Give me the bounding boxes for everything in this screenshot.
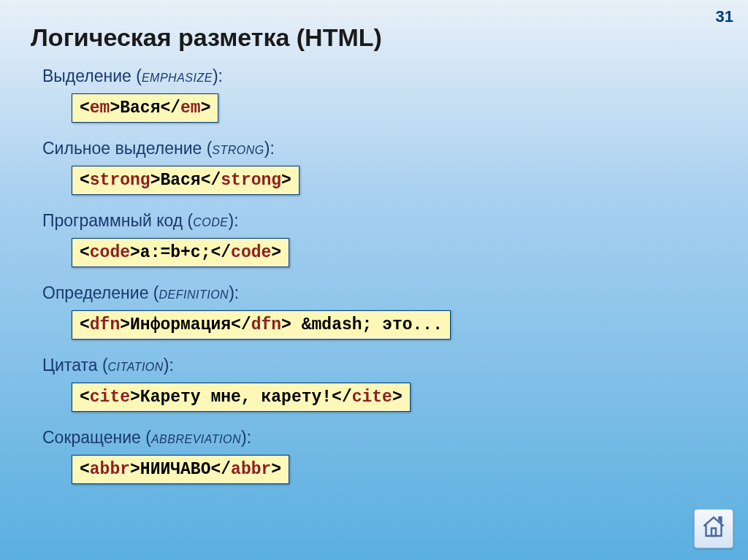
label-en: strong [212,139,264,158]
paren-close: ): [164,356,174,375]
label-ru: Определение [42,283,148,302]
paren-close: ): [241,428,251,447]
paren-close: ): [264,139,275,158]
paren-open: ( [153,283,159,302]
section-label-dfn: Определение (definition): [42,283,748,303]
code-example-dfn: <dfn>Информация</dfn> &mdash; это... [72,310,451,340]
code-example-strong: <strong>Вася</strong> [72,166,299,195]
slide-title: Логическая разметка (HTML) [0,0,748,59]
label-ru: Программный код [42,211,183,230]
section-label-cite: Цитата (citation): [42,356,748,375]
home-icon [701,514,727,543]
label-en: citation [108,356,164,375]
label-en: definition [159,283,229,302]
paren-open: ( [136,66,142,85]
label-en: abbreviation [151,428,241,447]
paren-open: ( [102,356,108,375]
label-en: code [193,211,228,230]
paren-close: ): [229,283,239,302]
section-label-abbr: Сокращение (abbreviation): [42,428,748,448]
section-label-code: Программный код (code): [42,211,748,231]
label-en: emphasize [142,66,213,85]
section-label-strong: Сильное выделение (strong): [42,139,748,158]
section-label-emphasize: Выделение (emphasize): [42,66,748,86]
label-ru: Цитата [42,356,98,375]
home-button[interactable] [694,509,733,548]
paren-close: ): [229,211,239,230]
slide-content: Выделение (emphasize): <em>Вася</em> Сил… [0,66,748,493]
code-example-abbr: <abbr>НИИЧАВО</abbr> [72,455,289,484]
code-example-em: <em>Вася</em> [72,93,218,123]
code-example-cite: <cite>Карету мне, карету!</cite> [72,383,411,412]
paren-close: ): [213,66,223,85]
label-ru: Сокращение [42,428,141,447]
label-ru: Выделение [42,66,131,85]
paren-open: ( [145,428,151,447]
svg-rect-0 [711,529,716,537]
page-number: 31 [716,7,733,26]
code-example-code: <code>a:=b+c;</code> [72,238,289,267]
label-ru: Сильное выделение [42,139,202,158]
